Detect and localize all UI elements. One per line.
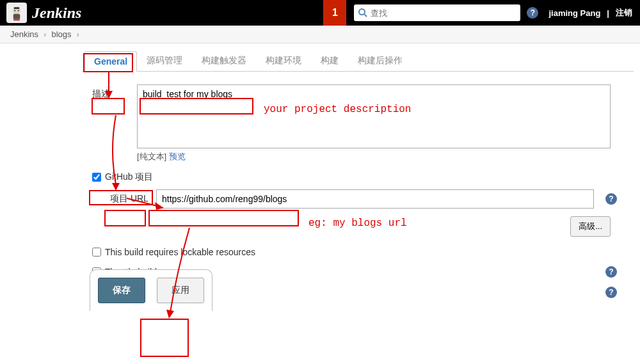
svg-point-4 xyxy=(18,10,19,11)
description-label: 描述 xyxy=(92,84,137,100)
preview-link[interactable]: 预览 xyxy=(169,152,186,161)
divider: | xyxy=(607,8,609,18)
advanced-row: 高级... xyxy=(92,216,611,237)
user-area: jiaming Pang | 注销 xyxy=(548,7,632,19)
chevron-right-icon: › xyxy=(42,29,47,39)
github-project-checkbox[interactable] xyxy=(92,173,101,182)
plaintext-label: [纯文本] xyxy=(137,152,166,161)
breadcrumb: Jenkins › blogs › xyxy=(0,26,640,44)
svg-line-6 xyxy=(364,14,367,17)
chevron-right-icon: › xyxy=(76,29,81,39)
notification-badge[interactable]: 1 xyxy=(323,0,346,26)
breadcrumb-item-root[interactable]: Jenkins xyxy=(6,29,42,39)
description-row: 描述 xyxy=(92,84,623,148)
brand-name: Jenkins xyxy=(29,4,81,22)
field-help-icon[interactable]: ? xyxy=(605,287,617,298)
breadcrumb-item-project[interactable]: blogs xyxy=(47,29,75,39)
github-project-label: GitHub 项目 xyxy=(105,171,153,183)
lockable-label: This build requires lockable resources xyxy=(105,247,255,257)
search-input[interactable] xyxy=(371,8,516,18)
form-body: 描述 [纯文本] 预览 GitHub 项目 项目 URL ? 高级... xyxy=(82,72,634,311)
tab-scm[interactable]: 源码管理 xyxy=(137,50,192,72)
description-textarea[interactable] xyxy=(137,84,611,148)
search-box[interactable] xyxy=(354,4,520,21)
project-url-row: 项目 URL ? xyxy=(110,189,623,209)
tab-build[interactable]: 构建 xyxy=(311,50,348,72)
help-icon[interactable]: ? xyxy=(527,7,538,19)
lockable-checkbox[interactable] xyxy=(92,248,101,257)
svg-marker-12 xyxy=(166,310,174,319)
jenkins-mascot-icon xyxy=(6,3,27,23)
svg-point-5 xyxy=(359,9,365,15)
github-project-row: GitHub 项目 xyxy=(92,171,623,183)
tab-postbuild[interactable]: 构建后操作 xyxy=(348,50,412,72)
advanced-button[interactable]: 高级... xyxy=(570,216,611,237)
svg-point-3 xyxy=(14,10,15,11)
current-user[interactable]: jiaming Pang xyxy=(548,8,600,18)
tab-env[interactable]: 构建环境 xyxy=(256,50,311,72)
apply-button[interactable]: 应用 xyxy=(157,278,204,303)
project-url-label: 项目 URL xyxy=(110,193,148,205)
annotation-box xyxy=(140,319,189,357)
tab-general[interactable]: General xyxy=(84,51,137,72)
content-area: General 源码管理 构建触发器 构建环境 构建 构建后操作 描述 [纯文本… xyxy=(0,44,640,364)
logout-link[interactable]: 注销 xyxy=(616,7,632,19)
svg-rect-2 xyxy=(14,7,20,9)
project-url-input[interactable] xyxy=(156,189,594,209)
save-button[interactable]: 保存 xyxy=(98,278,145,303)
field-help-icon[interactable]: ? xyxy=(605,266,617,278)
bottom-button-bar: 保存 应用 xyxy=(90,269,212,311)
config-panel: General 源码管理 构建触发器 构建环境 构建 构建后操作 描述 [纯文本… xyxy=(82,50,634,311)
config-tabs: General 源码管理 构建触发器 构建环境 构建 构建后操作 xyxy=(82,50,634,72)
top-header: Jenkins 1 ? jiaming Pang | 注销 xyxy=(0,0,640,26)
jenkins-logo[interactable]: Jenkins xyxy=(0,3,88,23)
lockable-row: This build requires lockable resources xyxy=(92,247,623,257)
description-footer: [纯文本] 预览 xyxy=(137,151,623,162)
search-icon xyxy=(358,8,368,18)
field-help-icon[interactable]: ? xyxy=(605,193,617,205)
tab-triggers[interactable]: 构建触发器 xyxy=(192,50,256,72)
